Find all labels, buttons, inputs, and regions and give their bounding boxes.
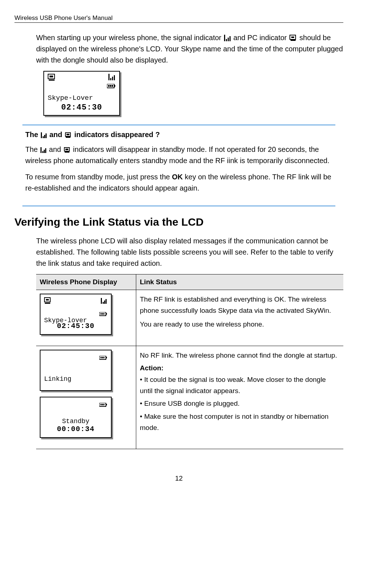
action-label: Action: bbox=[140, 362, 340, 374]
ok-key-label: OK bbox=[172, 173, 183, 181]
status-desc: The RF link is established and everythin… bbox=[140, 294, 340, 316]
table-row: Skype-lover 02:45:30 The RF link is esta… bbox=[36, 290, 343, 346]
action-bullet-2: Ensure USB dongle is plugged. bbox=[140, 398, 340, 409]
battery-icon bbox=[99, 400, 107, 411]
signal-icon bbox=[41, 132, 47, 138]
svg-rect-42 bbox=[100, 313, 102, 315]
page-number: 12 bbox=[14, 474, 343, 482]
svg-rect-24 bbox=[66, 134, 69, 135]
lcd-time: 02:45:30 bbox=[44, 103, 119, 112]
svg-rect-0 bbox=[224, 35, 225, 41]
lcd-screen-standby: Standby 00:00:34 bbox=[40, 397, 112, 438]
table-header-display: Wireless Phone Display bbox=[36, 274, 136, 290]
svg-rect-41 bbox=[106, 313, 107, 315]
text: indicators disappeared ? bbox=[74, 131, 160, 139]
svg-rect-16 bbox=[108, 85, 110, 87]
svg-rect-21 bbox=[44, 135, 45, 138]
svg-rect-8 bbox=[50, 76, 53, 77]
action-bullet-3: Make sure the host computer is not in st… bbox=[140, 411, 340, 434]
svg-rect-3 bbox=[229, 36, 231, 41]
text: and bbox=[49, 145, 63, 153]
svg-rect-5 bbox=[291, 37, 294, 38]
svg-rect-10 bbox=[108, 74, 110, 80]
lcd-time: 02:45:30 bbox=[40, 320, 111, 332]
callout-p2: To resume from standby mode, just press … bbox=[25, 171, 332, 194]
action-bullet-1: It could be the signal is too weak. Move… bbox=[140, 374, 340, 397]
svg-rect-44 bbox=[103, 313, 104, 315]
svg-rect-26 bbox=[40, 147, 42, 153]
text: The bbox=[25, 145, 40, 153]
svg-rect-34 bbox=[46, 299, 49, 301]
text: and bbox=[50, 131, 64, 139]
lcd-screen: Skype-Lover 02:45:30 bbox=[43, 71, 120, 116]
lcd-standby-time: 00:00:34 bbox=[40, 423, 111, 435]
callout-p1: The and indicators will disappear in sta… bbox=[25, 144, 332, 166]
page: Wireless USB Phone User's Manual When st… bbox=[0, 0, 365, 490]
svg-rect-49 bbox=[103, 357, 104, 358]
svg-rect-22 bbox=[46, 133, 47, 138]
lcd-linking-text: Linking bbox=[44, 374, 107, 385]
svg-rect-53 bbox=[102, 404, 103, 405]
pc-icon bbox=[44, 297, 51, 308]
signal-icon bbox=[107, 74, 116, 82]
svg-rect-12 bbox=[112, 77, 113, 80]
svg-rect-36 bbox=[101, 298, 102, 304]
pc-icon bbox=[289, 35, 297, 41]
pc-icon bbox=[48, 74, 56, 83]
battery-icon bbox=[107, 84, 116, 90]
signal-icon bbox=[224, 35, 231, 41]
svg-rect-19 bbox=[41, 132, 42, 138]
svg-rect-20 bbox=[43, 136, 44, 138]
svg-rect-43 bbox=[102, 313, 103, 315]
intro-text-1: When starting up your wireless phone, th… bbox=[36, 34, 223, 42]
lcd-example: Skype-Lover 02:45:30 bbox=[43, 71, 343, 116]
lcd-screen-ok: Skype-lover 02:45:30 bbox=[40, 294, 112, 335]
info-callout: The and indicators disappeared ? The and… bbox=[22, 124, 335, 206]
link-status-table: Wireless Phone Display Link Status bbox=[36, 274, 343, 449]
svg-rect-29 bbox=[45, 148, 46, 153]
svg-rect-35 bbox=[45, 303, 50, 304]
svg-rect-31 bbox=[65, 149, 68, 150]
svg-rect-48 bbox=[102, 357, 103, 358]
signal-icon bbox=[99, 297, 107, 308]
lcd-skype-name: Skype-Lover bbox=[48, 94, 93, 102]
pc-icon bbox=[65, 132, 72, 138]
text: The bbox=[25, 131, 40, 139]
svg-rect-2 bbox=[228, 38, 229, 41]
svg-rect-17 bbox=[110, 85, 111, 87]
svg-rect-39 bbox=[106, 299, 107, 304]
text: To resume from standby mode, just press … bbox=[25, 173, 172, 181]
svg-rect-6 bbox=[291, 40, 296, 41]
status-desc: No RF link. The wireless phone cannot fi… bbox=[140, 350, 340, 361]
document-header: Wireless USB Phone User's Manual bbox=[14, 14, 343, 23]
intro-text-2: and PC indicator bbox=[233, 34, 289, 42]
callout-question: The and indicators disappeared ? bbox=[25, 131, 332, 139]
svg-rect-46 bbox=[106, 357, 107, 358]
svg-rect-27 bbox=[42, 151, 43, 153]
svg-rect-32 bbox=[65, 152, 69, 153]
svg-rect-15 bbox=[114, 85, 115, 87]
svg-rect-28 bbox=[44, 150, 45, 153]
status-desc-2: You are ready to use the wireless phone. bbox=[140, 319, 340, 330]
table-row: Linking Standby 00:00:34 No RF link. The… bbox=[36, 346, 343, 449]
pc-icon bbox=[64, 147, 70, 153]
table-header-status: Link Status bbox=[136, 274, 344, 290]
svg-rect-1 bbox=[226, 39, 227, 41]
svg-rect-37 bbox=[103, 302, 104, 304]
battery-icon bbox=[99, 309, 107, 320]
section-intro: The wireless phone LCD will also display… bbox=[36, 235, 343, 269]
svg-rect-25 bbox=[66, 137, 70, 138]
svg-rect-47 bbox=[100, 357, 102, 358]
svg-rect-54 bbox=[103, 404, 104, 405]
section-heading: Verifying the Link Status via the LCD bbox=[14, 216, 343, 228]
svg-rect-18 bbox=[112, 85, 113, 87]
svg-rect-11 bbox=[110, 78, 111, 80]
battery-icon bbox=[99, 353, 107, 364]
svg-rect-38 bbox=[104, 301, 105, 304]
svg-rect-52 bbox=[100, 404, 102, 405]
intro-paragraph: When starting up your wireless phone, th… bbox=[36, 32, 343, 66]
svg-rect-13 bbox=[114, 75, 115, 80]
lcd-screen-linking: Linking bbox=[40, 350, 112, 391]
signal-icon bbox=[40, 147, 46, 153]
svg-rect-9 bbox=[49, 80, 55, 81]
